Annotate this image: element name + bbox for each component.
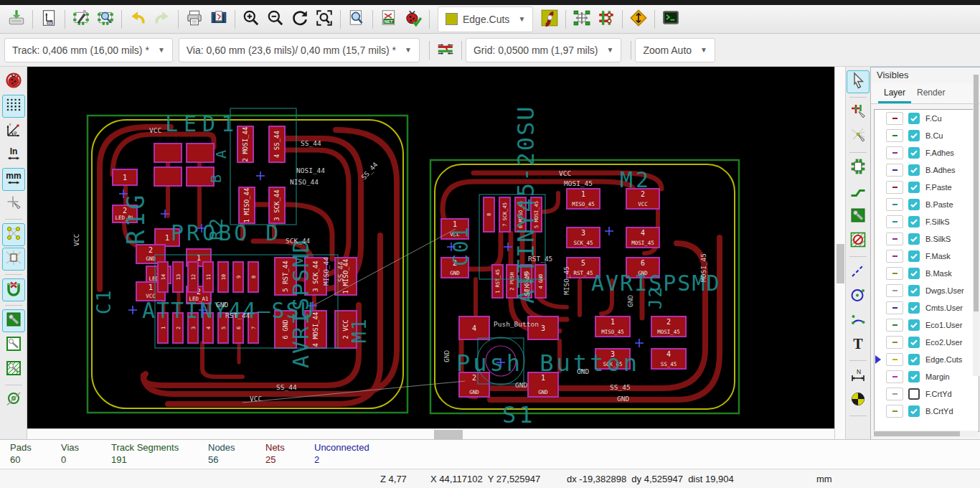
zoom-dropdown[interactable]: Zoom Auto ▼ <box>635 38 715 62</box>
undo-button[interactable] <box>126 8 150 31</box>
layer-visibility-checkbox[interactable] <box>908 199 920 210</box>
layer-row[interactable]: B.Paste <box>875 196 979 213</box>
layer-visibility-checkbox[interactable] <box>908 354 920 365</box>
module-ratsnest-button[interactable] <box>2 248 25 271</box>
layer-visibility-checkbox[interactable] <box>908 113 920 124</box>
layer-visibility-checkbox[interactable] <box>908 268 920 279</box>
track-autodelete-button[interactable] <box>2 278 25 301</box>
layer-color-swatch[interactable] <box>886 336 903 349</box>
netlist-button[interactable]: NET <box>377 8 401 31</box>
zoom-redraw-button[interactable] <box>288 8 312 31</box>
layer-row[interactable]: F.Cu <box>875 110 979 127</box>
python-console-button[interactable] <box>659 8 683 31</box>
canvas-vertical-scrollbar[interactable] <box>834 67 846 439</box>
layer-color-swatch[interactable] <box>886 146 903 159</box>
layer-color-swatch[interactable] <box>886 388 903 400</box>
layer-color-swatch[interactable] <box>886 112 903 125</box>
layer-visibility-checkbox[interactable] <box>908 337 920 348</box>
layer-row[interactable]: Edge.Cuts <box>875 351 979 368</box>
grid-visibility-button[interactable] <box>2 95 25 118</box>
local-ratsnest-button[interactable] <box>847 126 870 149</box>
page-settings-button[interactable] <box>37 8 61 31</box>
save-button[interactable] <box>4 8 29 31</box>
add-dimension-button[interactable]: N <box>847 365 870 388</box>
grid-size-dropdown[interactable]: Grid: 0,0500 mm (1,97 mils) ▼ <box>466 38 621 62</box>
layer-row[interactable]: Cmts.User <box>875 299 979 316</box>
layer-visibility-checkbox[interactable] <box>908 285 920 296</box>
layer-color-swatch[interactable] <box>886 129 903 142</box>
footprint-browser-button[interactable] <box>93 8 118 31</box>
scrollbar-thumb[interactable] <box>874 431 960 436</box>
layer-row[interactable]: Eco1.User <box>875 316 979 334</box>
layer-color-swatch[interactable] <box>886 353 903 366</box>
layer-visibility-checkbox[interactable] <box>908 147 920 159</box>
add-zone-button[interactable] <box>847 205 870 228</box>
tab-render[interactable]: Render <box>911 83 951 103</box>
add-keepout-button[interactable] <box>847 230 870 253</box>
layer-row[interactable]: F.Mask <box>875 248 979 265</box>
layer-pair-button[interactable] <box>537 8 562 31</box>
layer-visibility-checkbox[interactable] <box>908 164 920 176</box>
drc-button[interactable] <box>401 8 425 31</box>
layer-color-swatch[interactable] <box>886 233 903 245</box>
layer-color-swatch[interactable] <box>886 215 903 228</box>
layer-color-swatch[interactable] <box>886 319 903 332</box>
tab-layer[interactable]: Layer <box>878 83 911 103</box>
layer-row[interactable]: F.Paste <box>875 179 979 196</box>
freeroute-button[interactable] <box>626 8 651 31</box>
layer-color-swatch[interactable] <box>886 301 903 314</box>
auto-track-width-button[interactable] <box>433 39 458 62</box>
select-arrow-button[interactable] <box>847 70 870 93</box>
layer-visibility-checkbox[interactable] <box>908 319 920 331</box>
add-footprint-button[interactable] <box>847 156 870 179</box>
scrollbar-thumb[interactable] <box>974 75 979 311</box>
polar-coords-button[interactable]: rφ <box>2 119 25 142</box>
plot-button[interactable] <box>207 8 231 31</box>
track-width-dropdown[interactable]: Track: 0,406 mm (16,00 mils) * ▼ <box>4 38 173 62</box>
redo-button[interactable] <box>150 8 174 31</box>
layer-row[interactable]: B.CrtYd <box>875 403 979 420</box>
layer-color-swatch[interactable] <box>886 370 903 383</box>
layer-visibility-checkbox[interactable] <box>908 302 920 314</box>
zones-hatched-button[interactable] <box>2 358 25 381</box>
layer-row[interactable]: B.Mask <box>875 265 979 282</box>
add-text-button[interactable]: T <box>847 334 870 357</box>
layer-visibility-checkbox[interactable] <box>908 130 920 141</box>
canvas-horizontal-scrollbar[interactable] <box>27 428 834 440</box>
layer-row[interactable]: F.SilkS <box>875 213 979 230</box>
layer-row[interactable]: Margin <box>875 368 979 385</box>
layer-row[interactable]: F.Adhes <box>875 144 979 161</box>
layer-row[interactable]: Dwgs.User <box>875 282 979 299</box>
layer-row[interactable]: F.CrtYd <box>875 385 979 403</box>
route-mode-button[interactable] <box>594 8 618 31</box>
pcb-canvas[interactable]: 12LED_RL12LED_BL12LED_A12 MOSI_444 SS_44… <box>27 67 834 439</box>
layer-visibility-checkbox[interactable] <box>908 182 920 193</box>
zones-outline-button[interactable] <box>2 334 25 357</box>
zoom-out-button[interactable] <box>263 8 288 31</box>
layer-visibility-checkbox[interactable] <box>908 371 920 383</box>
units-mm-button[interactable]: mm <box>2 168 25 191</box>
layer-color-swatch[interactable] <box>886 267 903 280</box>
panel-vertical-scrollbar[interactable] <box>973 75 979 376</box>
layer-color-swatch[interactable] <box>886 164 903 177</box>
layer-color-swatch[interactable] <box>886 405 903 418</box>
find-button[interactable] <box>344 8 369 31</box>
layer-visibility-checkbox[interactable] <box>908 405 920 417</box>
highlight-net-button[interactable] <box>847 101 870 124</box>
add-target-button[interactable] <box>847 389 870 412</box>
footprint-editor-button[interactable] <box>69 8 93 31</box>
zones-filled-button[interactable] <box>2 309 25 332</box>
layer-visibility-checkbox[interactable] <box>908 216 920 227</box>
pads-sketch-button[interactable] <box>2 389 25 412</box>
layer-color-swatch[interactable] <box>886 284 903 297</box>
layer-row[interactable]: Eco2.User <box>875 334 979 351</box>
layer-row[interactable]: B.Cu <box>875 127 979 144</box>
print-button[interactable] <box>182 8 207 31</box>
scrollbar-thumb[interactable] <box>434 430 463 439</box>
pcb-drawing[interactable]: 12LED_RL12LED_BL12LED_A12 MOSI_444 SS_44… <box>27 67 834 428</box>
layer-visibility-checkbox[interactable] <box>908 233 920 245</box>
drc-off-button[interactable] <box>2 70 25 93</box>
panel-horizontal-scrollbar[interactable] <box>874 431 978 437</box>
layer-visibility-checkbox[interactable] <box>908 388 920 400</box>
zoom-fit-button[interactable] <box>312 8 336 31</box>
